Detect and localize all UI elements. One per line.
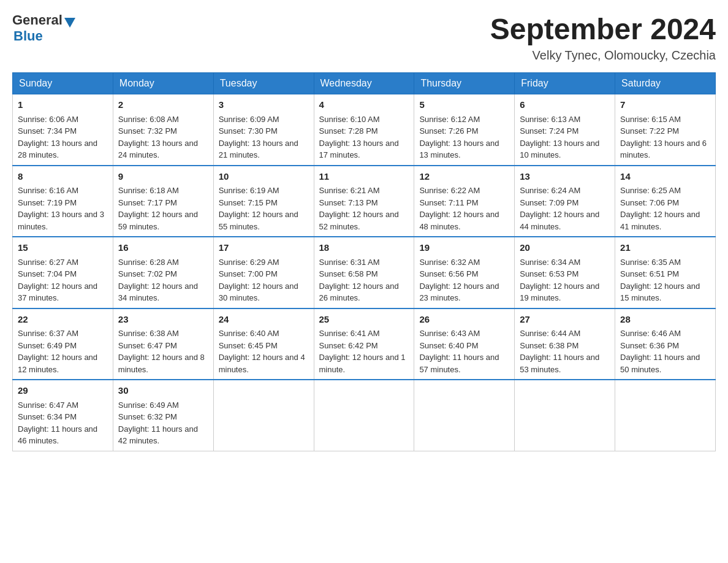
daylight-text: Daylight: 13 hours and 3 minutes. xyxy=(18,210,104,231)
calendar-cell: 6Sunrise: 6:13 AMSunset: 7:24 PMDaylight… xyxy=(515,94,615,166)
day-number: 17 xyxy=(219,241,309,255)
calendar-cell: 13Sunrise: 6:24 AMSunset: 7:09 PMDayligh… xyxy=(515,166,615,237)
daylight-text: Daylight: 13 hours and 28 minutes. xyxy=(18,139,97,160)
day-number: 20 xyxy=(520,241,610,255)
daylight-text: Daylight: 12 hours and 23 minutes. xyxy=(419,282,499,303)
daylight-text: Daylight: 12 hours and 15 minutes. xyxy=(620,282,700,303)
day-number: 7 xyxy=(620,98,710,112)
sunset-text: Sunset: 7:28 PM xyxy=(319,126,378,136)
logo-blue-text: Blue xyxy=(13,28,43,44)
day-number: 3 xyxy=(219,98,309,112)
sunset-text: Sunset: 7:11 PM xyxy=(419,198,478,207)
calendar-week-row: 15Sunrise: 6:27 AMSunset: 7:04 PMDayligh… xyxy=(13,237,716,308)
sunrise-text: Sunrise: 6:34 AM xyxy=(520,258,580,267)
day-number: 8 xyxy=(18,170,108,184)
sunrise-text: Sunrise: 6:38 AM xyxy=(118,329,179,338)
calendar-cell: 18Sunrise: 6:31 AMSunset: 6:58 PMDayligh… xyxy=(314,237,414,308)
calendar-cell: 27Sunrise: 6:44 AMSunset: 6:38 PMDayligh… xyxy=(515,308,615,380)
day-number: 29 xyxy=(18,384,108,398)
sunrise-text: Sunrise: 6:16 AM xyxy=(18,186,78,195)
day-number: 22 xyxy=(18,313,108,327)
calendar-cell: 19Sunrise: 6:32 AMSunset: 6:56 PMDayligh… xyxy=(414,237,515,308)
calendar-cell: 10Sunrise: 6:19 AMSunset: 7:15 PMDayligh… xyxy=(213,166,314,237)
calendar-cell: 5Sunrise: 6:12 AMSunset: 7:26 PMDaylight… xyxy=(414,94,515,166)
sunset-text: Sunset: 6:53 PM xyxy=(520,269,578,278)
day-number: 2 xyxy=(118,98,208,112)
sunset-text: Sunset: 7:22 PM xyxy=(620,126,679,136)
calendar-cell: 3Sunrise: 6:09 AMSunset: 7:30 PMDaylight… xyxy=(213,94,314,166)
calendar-table: SundayMondayTuesdayWednesdayThursdayFrid… xyxy=(12,72,716,451)
calendar-cell: 29Sunrise: 6:47 AMSunset: 6:34 PMDayligh… xyxy=(13,380,113,451)
day-number: 5 xyxy=(419,98,509,112)
sunset-text: Sunset: 7:02 PM xyxy=(118,269,177,278)
calendar-cell xyxy=(314,380,414,451)
sunset-text: Sunset: 6:49 PM xyxy=(18,341,77,350)
sunset-text: Sunset: 7:24 PM xyxy=(520,126,578,136)
sunset-text: Sunset: 7:26 PM xyxy=(419,126,478,136)
calendar-week-row: 1Sunrise: 6:06 AMSunset: 7:34 PMDaylight… xyxy=(13,94,716,166)
sunset-text: Sunset: 7:34 PM xyxy=(18,126,77,136)
calendar-cell: 21Sunrise: 6:35 AMSunset: 6:51 PMDayligh… xyxy=(615,237,716,308)
day-number: 21 xyxy=(620,241,710,255)
day-number: 4 xyxy=(319,98,409,112)
day-number: 28 xyxy=(620,313,710,327)
calendar-cell: 4Sunrise: 6:10 AMSunset: 7:28 PMDaylight… xyxy=(314,94,414,166)
daylight-text: Daylight: 12 hours and 4 minutes. xyxy=(219,353,305,374)
daylight-text: Daylight: 12 hours and 26 minutes. xyxy=(319,282,399,303)
daylight-text: Daylight: 12 hours and 1 minute. xyxy=(319,353,406,374)
daylight-text: Daylight: 12 hours and 52 minutes. xyxy=(319,210,399,231)
calendar-week-row: 22Sunrise: 6:37 AMSunset: 6:49 PMDayligh… xyxy=(13,308,716,380)
sunset-text: Sunset: 7:13 PM xyxy=(319,198,378,207)
calendar-cell: 1Sunrise: 6:06 AMSunset: 7:34 PMDaylight… xyxy=(13,94,113,166)
sunset-text: Sunset: 6:36 PM xyxy=(620,341,679,350)
calendar-cell xyxy=(615,380,716,451)
day-number: 30 xyxy=(118,384,208,398)
sunset-text: Sunset: 7:19 PM xyxy=(18,198,77,207)
sunset-text: Sunset: 6:47 PM xyxy=(118,341,177,350)
sunrise-text: Sunrise: 6:22 AM xyxy=(419,186,480,195)
sunset-text: Sunset: 6:32 PM xyxy=(118,412,177,421)
calendar-cell: 26Sunrise: 6:43 AMSunset: 6:40 PMDayligh… xyxy=(414,308,515,380)
calendar-title: September 2024 xyxy=(490,12,716,46)
sunrise-text: Sunrise: 6:21 AM xyxy=(319,186,380,195)
calendar-cell: 17Sunrise: 6:29 AMSunset: 7:00 PMDayligh… xyxy=(213,237,314,308)
day-number: 6 xyxy=(520,98,610,112)
daylight-text: Daylight: 12 hours and 19 minutes. xyxy=(520,282,599,303)
sunrise-text: Sunrise: 6:32 AM xyxy=(419,258,480,267)
logo-triangle-icon xyxy=(64,18,75,28)
daylight-text: Daylight: 12 hours and 8 minutes. xyxy=(118,353,205,374)
daylight-text: Daylight: 12 hours and 12 minutes. xyxy=(18,353,97,374)
daylight-text: Daylight: 13 hours and 24 minutes. xyxy=(118,139,198,160)
sunrise-text: Sunrise: 6:40 AM xyxy=(219,329,279,338)
daylight-text: Daylight: 12 hours and 34 minutes. xyxy=(118,282,198,303)
sunset-text: Sunset: 6:45 PM xyxy=(219,341,278,350)
calendar-week-row: 29Sunrise: 6:47 AMSunset: 6:34 PMDayligh… xyxy=(13,380,716,451)
day-number: 27 xyxy=(520,313,610,327)
sunrise-text: Sunrise: 6:06 AM xyxy=(18,115,78,124)
calendar-cell xyxy=(414,380,515,451)
daylight-text: Daylight: 11 hours and 53 minutes. xyxy=(520,353,599,374)
sunrise-text: Sunrise: 6:10 AM xyxy=(319,115,380,124)
day-header-friday: Friday xyxy=(515,73,615,94)
sunset-text: Sunset: 7:17 PM xyxy=(118,198,177,207)
sunrise-text: Sunrise: 6:15 AM xyxy=(620,115,681,124)
daylight-text: Daylight: 12 hours and 59 minutes. xyxy=(118,210,198,231)
sunset-text: Sunset: 7:06 PM xyxy=(620,198,679,207)
calendar-cell: 9Sunrise: 6:18 AMSunset: 7:17 PMDaylight… xyxy=(113,166,213,237)
sunrise-text: Sunrise: 6:28 AM xyxy=(118,258,179,267)
daylight-text: Daylight: 13 hours and 21 minutes. xyxy=(219,139,298,160)
calendar-week-row: 8Sunrise: 6:16 AMSunset: 7:19 PMDaylight… xyxy=(13,166,716,237)
daylight-text: Daylight: 13 hours and 10 minutes. xyxy=(520,139,599,160)
sunset-text: Sunset: 7:00 PM xyxy=(219,269,278,278)
sunset-text: Sunset: 7:32 PM xyxy=(118,126,177,136)
sunrise-text: Sunrise: 6:18 AM xyxy=(118,186,179,195)
daylight-text: Daylight: 11 hours and 42 minutes. xyxy=(118,424,198,446)
calendar-cell: 20Sunrise: 6:34 AMSunset: 6:53 PMDayligh… xyxy=(515,237,615,308)
sunrise-text: Sunrise: 6:41 AM xyxy=(319,329,380,338)
sunrise-text: Sunrise: 6:35 AM xyxy=(620,258,681,267)
daylight-text: Daylight: 13 hours and 6 minutes. xyxy=(620,139,707,160)
calendar-cell: 11Sunrise: 6:21 AMSunset: 7:13 PMDayligh… xyxy=(314,166,414,237)
daylight-text: Daylight: 13 hours and 17 minutes. xyxy=(319,139,399,160)
sunrise-text: Sunrise: 6:44 AM xyxy=(520,329,580,338)
sunset-text: Sunset: 6:40 PM xyxy=(419,341,478,350)
